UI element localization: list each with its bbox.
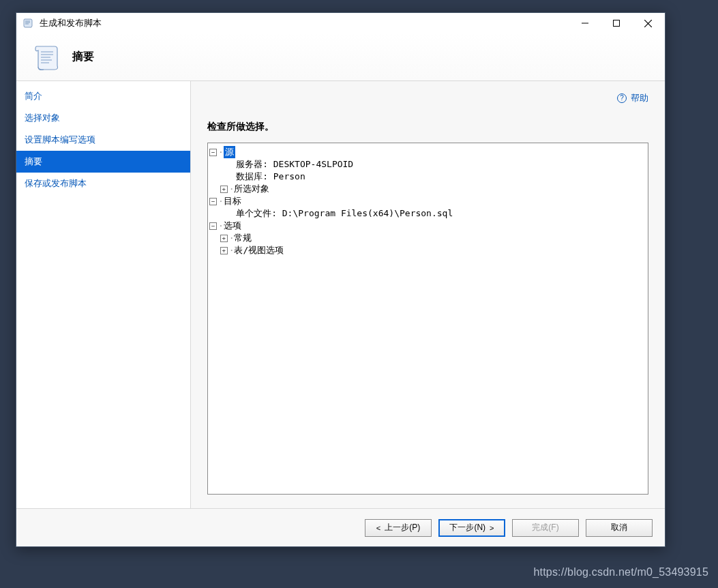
dialog-window: 生成和发布脚本 摘要 简介 选择对象 设置脚本编写选项 xyxy=(16,12,665,547)
sidebar-item-set-options[interactable]: 设置脚本编写选项 xyxy=(16,129,190,151)
chevron-right-icon: > xyxy=(490,524,494,532)
watermark: https://blog.csdn.net/m0_53493915 xyxy=(533,566,708,578)
tree-node-server[interactable]: 服务器: DESKTOP-4SLPOID xyxy=(236,158,353,171)
tree-node-table-view[interactable]: 表/视图选项 xyxy=(234,244,284,256)
app-icon xyxy=(22,17,34,29)
tree-node-source[interactable]: 源 xyxy=(224,146,235,158)
collapse-icon[interactable]: − xyxy=(209,198,217,205)
next-button[interactable]: 下一步(N) > xyxy=(438,519,505,537)
help-link[interactable]: ? 帮助 xyxy=(617,92,648,104)
sidebar-item-summary[interactable]: 摘要 xyxy=(16,151,190,173)
prev-button[interactable]: < 上一步(P) xyxy=(365,519,432,537)
tree-node-options[interactable]: 选项 xyxy=(224,220,241,232)
expand-icon[interactable]: + xyxy=(220,235,228,242)
header: 摘要 xyxy=(16,33,665,81)
expand-icon[interactable]: + xyxy=(220,247,228,254)
tree-node-target[interactable]: 目标 xyxy=(224,195,241,207)
scroll-icon xyxy=(30,41,63,74)
help-icon: ? xyxy=(617,93,627,103)
body: 简介 选择对象 设置脚本编写选项 摘要 保存或发布脚本 ? 帮助 检查所做选择。… xyxy=(16,81,665,508)
tree-node-single-file[interactable]: 单个文件: D:\Program Files(x64)\Person.sql xyxy=(236,207,453,220)
instruction-text: 检查所做选择。 xyxy=(207,121,648,133)
tree-node-selected-objects[interactable]: 所选对象 xyxy=(234,183,269,195)
main-panel: ? 帮助 检查所做选择。 − · 源 服务器: xyxy=(191,81,665,508)
titlebar: 生成和发布脚本 xyxy=(16,13,665,33)
tree-node-general[interactable]: 常规 xyxy=(234,232,252,244)
window-title: 生成和发布脚本 xyxy=(40,17,569,29)
page-title: 摘要 xyxy=(72,50,94,64)
help-label: 帮助 xyxy=(631,92,648,104)
summary-tree[interactable]: − · 源 服务器: DESKTOP-4SLPOID 数据库: Person +… xyxy=(207,143,648,495)
finish-button: 完成(F) xyxy=(512,519,579,537)
maximize-button[interactable] xyxy=(601,13,632,33)
collapse-icon[interactable]: − xyxy=(209,149,217,156)
close-button[interactable] xyxy=(632,13,663,33)
sidebar-item-choose-objects[interactable]: 选择对象 xyxy=(16,107,190,129)
expand-icon[interactable]: + xyxy=(220,186,228,193)
chevron-left-icon: < xyxy=(376,524,380,532)
cancel-button[interactable]: 取消 xyxy=(586,519,653,537)
sidebar: 简介 选择对象 设置脚本编写选项 摘要 保存或发布脚本 xyxy=(16,81,191,508)
footer: < 上一步(P) 下一步(N) > 完成(F) 取消 xyxy=(16,508,665,546)
minimize-button[interactable] xyxy=(569,13,601,33)
window-controls xyxy=(569,13,663,33)
tree-node-database[interactable]: 数据库: Person xyxy=(236,171,305,183)
svg-rect-1 xyxy=(614,20,620,27)
sidebar-item-intro[interactable]: 简介 xyxy=(16,85,190,107)
sidebar-item-save-publish[interactable]: 保存或发布脚本 xyxy=(16,173,190,194)
collapse-icon[interactable]: − xyxy=(209,222,217,230)
